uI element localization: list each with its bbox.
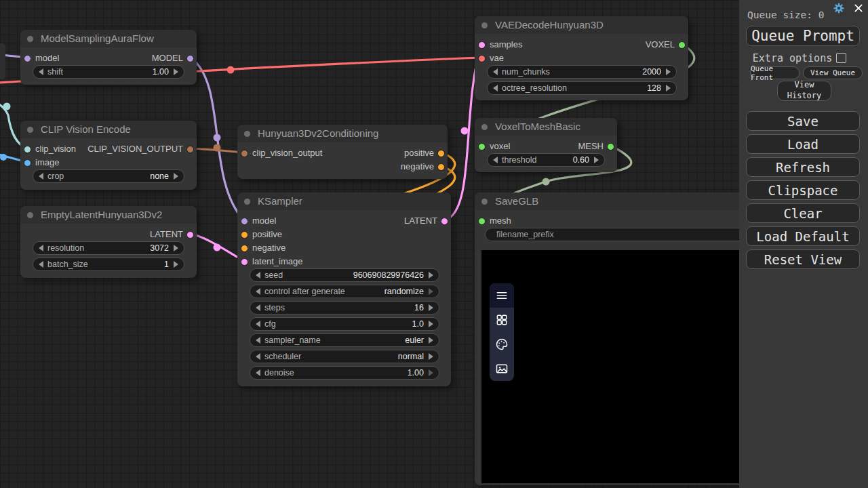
increment-arrow-icon[interactable] <box>429 304 433 311</box>
widget-shift[interactable]: shift 1.00 <box>33 65 184 79</box>
widget-octree-resolution[interactable]: octree_resolution 128 <box>487 81 677 95</box>
save-button[interactable]: Save <box>746 111 860 131</box>
input-port-samples[interactable] <box>478 41 486 49</box>
decrement-arrow-icon[interactable] <box>493 85 498 92</box>
collapse-dot[interactable] <box>244 199 250 205</box>
input-port-positive[interactable] <box>241 231 248 239</box>
offscreen-node-fragment[interactable] <box>0 43 5 79</box>
refresh-button[interactable]: Refresh <box>746 157 860 177</box>
viewport-palette-button[interactable] <box>490 332 514 357</box>
decrement-arrow-icon[interactable] <box>256 353 260 360</box>
reset-view-button[interactable]: Reset View <box>746 249 860 269</box>
input-port-vae[interactable] <box>478 55 486 62</box>
collapse-dot[interactable] <box>481 22 488 28</box>
view-queue-button[interactable]: View Queue <box>803 66 863 79</box>
collapse-dot[interactable] <box>27 36 33 42</box>
decrement-arrow-icon[interactable] <box>39 261 43 268</box>
increment-arrow-icon[interactable] <box>429 321 433 327</box>
increment-arrow-icon[interactable] <box>174 245 178 251</box>
input-label-model: model <box>252 216 276 226</box>
clipspace-button[interactable]: Clipspace <box>746 180 860 200</box>
decrement-arrow-icon[interactable] <box>39 68 43 75</box>
viewport-grid-button[interactable] <box>490 308 514 332</box>
decrement-arrow-icon[interactable] <box>256 288 260 295</box>
widget-batch-size[interactable]: batch_size 1 <box>33 258 184 271</box>
widget-crop[interactable]: crop none <box>33 169 184 183</box>
node-emptylatenthunyuan3dv2[interactable]: EmptyLatentHunyuan3Dv2 LATENT resolution… <box>20 206 197 278</box>
load-default-button[interactable]: Load Default <box>746 226 860 246</box>
increment-arrow-icon[interactable] <box>594 157 599 163</box>
increment-arrow-icon[interactable] <box>174 261 178 268</box>
load-button[interactable]: Load <box>746 134 860 154</box>
input-port-negative[interactable] <box>241 245 248 252</box>
decrement-arrow-icon[interactable] <box>256 304 260 311</box>
node-modelsamplingauraflow[interactable]: ModelSamplingAuraFlow model MODEL shift … <box>20 30 197 85</box>
node-vaedecodehunyuan3d[interactable]: VAEDecodeHunyuan3D samples VOXEL vae num… <box>475 16 688 100</box>
collapse-dot[interactable] <box>481 199 488 205</box>
widget-num-chunks[interactable]: num_chunks 2000 <box>487 65 677 79</box>
input-port-clip-vision[interactable] <box>24 146 31 153</box>
increment-arrow-icon[interactable] <box>429 353 433 360</box>
node-clip-vision-encode[interactable]: CLIP Vision Encode clip_vision CLIP_VISI… <box>20 121 197 190</box>
decrement-arrow-icon[interactable] <box>493 157 498 163</box>
output-port-latent[interactable] <box>186 231 194 239</box>
input-port-clip-vision-output[interactable] <box>241 150 248 157</box>
close-icon[interactable] <box>853 3 864 14</box>
output-port-negative[interactable] <box>437 163 445 171</box>
node-hunyuan3dv2conditioning[interactable]: Hunyuan3Dv2Conditioning clip_vision_outp… <box>237 125 448 179</box>
input-port-model[interactable] <box>24 55 31 62</box>
widget-resolution[interactable]: resolution 3072 <box>33 241 184 255</box>
decrement-arrow-icon[interactable] <box>39 245 43 251</box>
increment-arrow-icon[interactable] <box>666 68 671 75</box>
output-port-latent[interactable] <box>441 218 448 225</box>
decrement-arrow-icon[interactable] <box>256 272 260 279</box>
output-port-voxel[interactable] <box>678 41 686 49</box>
input-label-negative: negative <box>252 243 285 253</box>
widget-seed[interactable]: seed 960690829976426 <box>250 268 439 282</box>
increment-arrow-icon[interactable] <box>429 337 433 344</box>
queue-prompt-button[interactable]: Queue Prompt <box>746 26 860 46</box>
widget-control-after-generate[interactable]: control after generate randomize <box>250 285 439 298</box>
view-history-button[interactable]: View History <box>777 81 831 101</box>
viewport-image-button[interactable] <box>490 357 514 381</box>
input-label-clip-vision-output: clip_vision_output <box>252 148 322 158</box>
collapse-dot[interactable] <box>27 127 33 133</box>
output-port-clip-vision-output[interactable] <box>186 146 194 153</box>
increment-arrow-icon[interactable] <box>429 288 433 295</box>
decrement-arrow-icon[interactable] <box>256 321 260 327</box>
increment-arrow-icon[interactable] <box>174 68 178 75</box>
3d-preview-viewport[interactable] <box>481 250 739 483</box>
input-port-latent-image[interactable] <box>241 258 248 266</box>
widget-threshold[interactable]: threshold 0.60 <box>487 153 605 167</box>
input-port-image[interactable] <box>24 159 31 167</box>
increment-arrow-icon[interactable] <box>666 85 671 92</box>
node-voxeltomeshbasic[interactable]: VoxelToMeshBasic voxel MESH threshold 0.… <box>475 118 617 172</box>
input-port-model[interactable] <box>241 218 248 225</box>
output-port-model[interactable] <box>186 55 194 62</box>
output-port-positive[interactable] <box>437 150 445 157</box>
collapse-dot[interactable] <box>27 212 33 218</box>
viewport-menu-button[interactable] <box>490 283 514 308</box>
collapse-dot[interactable] <box>481 124 488 130</box>
increment-arrow-icon[interactable] <box>174 173 178 180</box>
queue-front-button[interactable]: Queue Front <box>750 66 800 79</box>
increment-arrow-icon[interactable] <box>429 369 433 376</box>
output-port-mesh[interactable] <box>607 143 614 150</box>
gear-icon[interactable] <box>833 2 845 14</box>
widget-steps[interactable]: steps 16 <box>250 301 439 314</box>
increment-arrow-icon[interactable] <box>429 272 433 279</box>
widget-scheduler[interactable]: scheduler normal <box>250 350 439 363</box>
decrement-arrow-icon[interactable] <box>256 369 260 376</box>
decrement-arrow-icon[interactable] <box>256 337 260 344</box>
clear-button[interactable]: Clear <box>746 203 860 223</box>
extra-options-checkbox[interactable] <box>836 53 846 63</box>
widget-denoise[interactable]: denoise 1.00 <box>250 366 439 380</box>
collapse-dot[interactable] <box>244 131 250 137</box>
node-ksampler[interactable]: KSampler model LATENT positive negative … <box>237 192 451 386</box>
input-port-voxel[interactable] <box>478 143 486 150</box>
input-port-mesh[interactable] <box>478 218 486 225</box>
widget-cfg[interactable]: cfg 1.0 <box>250 317 439 331</box>
decrement-arrow-icon[interactable] <box>39 173 43 180</box>
widget-sampler-name[interactable]: sampler_name euler <box>250 333 439 347</box>
decrement-arrow-icon[interactable] <box>493 68 498 75</box>
